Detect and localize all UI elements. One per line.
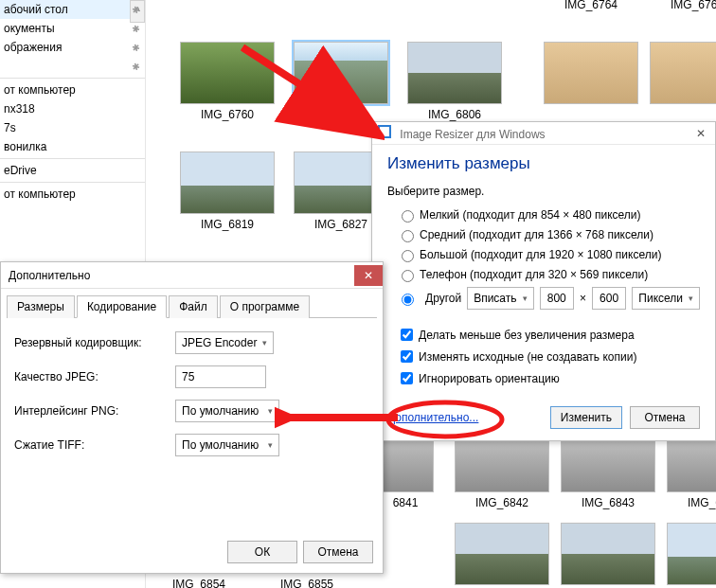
file-tile[interactable]: IMG_6842 (455, 430, 549, 509)
tab-label: Размеры (17, 300, 64, 313)
tiff-combo[interactable]: По умолчанию ▾ (175, 434, 279, 456)
check-orient[interactable]: Игнорировать ориентацию (397, 369, 700, 387)
thumbnail (180, 42, 275, 104)
thumbnail (455, 523, 549, 585)
file-caption: IMG_6855 (260, 578, 354, 588)
sidebar-item-label: ображения (4, 41, 62, 54)
ok-button[interactable]: ОК (227, 541, 297, 563)
cancel-button[interactable]: Отмена (630, 406, 700, 429)
resize-button[interactable]: Изменить (550, 406, 622, 429)
file-tile[interactable] (544, 42, 638, 104)
png-value: По умолчанию (182, 404, 259, 418)
resizer-heading: Изменить размеры (387, 154, 700, 173)
row-encoder: Резервный кодировщик: JPEG Encoder ▾ (14, 331, 369, 354)
advanced-link[interactable]: Дополнительно... (387, 411, 478, 424)
chevron-down-icon: ▾ (268, 406, 273, 416)
tab-sizes[interactable]: Размеры (7, 295, 75, 318)
sidebar-item-vonilka[interactable]: вонилка (0, 137, 145, 156)
encoder-combo[interactable]: JPEG Encoder ▾ (175, 331, 274, 354)
thumbnail (561, 523, 655, 585)
radio-medium[interactable]: Средний (подходит для 1366 × 768 пиксели… (397, 227, 700, 242)
sidebar-item-nx318[interactable]: nx318 (0, 99, 145, 118)
checkbox-input[interactable] (401, 350, 413, 363)
file-tile[interactable]: 6841 (377, 430, 434, 509)
unit-combo[interactable]: Пиксели ▾ (632, 287, 700, 310)
check-label: Изменять исходные (не создавать копии) (419, 350, 636, 364)
resizer-dialog: Image Resizer для Windows ✕ Изменить раз… (371, 121, 716, 441)
sidebar-item-edrive[interactable]: eDrive (0, 161, 145, 180)
radio-small[interactable]: Мелкий (подходит для 854 × 480 пиксели) (397, 207, 700, 223)
file-tile[interactable]: IMG_6765 (650, 0, 716, 11)
width-input[interactable]: 800 (540, 287, 574, 310)
button-label: Отмена (644, 411, 685, 424)
advanced-titlebar[interactable]: Дополнительно ✕ (1, 262, 383, 289)
sidebar-item-label: 7s (4, 121, 16, 134)
close-icon[interactable]: ✕ (354, 265, 383, 286)
checkbox-input[interactable] (401, 329, 413, 341)
sidebar-item-desktop[interactable]: абочий стол ✱ (0, 0, 145, 19)
file-tile[interactable] (650, 42, 716, 104)
button-label: ОК (255, 545, 270, 559)
file-tile[interactable]: IMG_6854 (152, 574, 246, 588)
file-tile[interactable]: IMG_6843 (561, 430, 655, 509)
radio-large[interactable]: Большой (подходит для 1920 × 1080 пиксел… (397, 247, 700, 262)
file-caption: IMG_6806 (407, 108, 502, 121)
sidebar-item-thispc[interactable]: от компьютер (0, 80, 145, 99)
chevron-down-icon: ▾ (689, 294, 693, 303)
close-icon[interactable]: ✕ (692, 127, 709, 140)
file-caption: IMG_6844 (667, 496, 716, 509)
png-label: Интерлейсинг PNG: (14, 404, 175, 418)
checkbox-input[interactable] (401, 372, 413, 384)
sidebar-item-label: абочий стол (4, 3, 68, 16)
jpegq-input[interactable]: 75 (175, 365, 266, 388)
file-tile-selected[interactable]: IMG_6803 (294, 42, 388, 121)
check-shrink[interactable]: Делать меньше без увеличения размера (397, 326, 700, 344)
sidebar-item-pictures[interactable]: ображения ✱ (0, 38, 145, 57)
file-caption: IMG_6842 (455, 496, 549, 509)
sidebar-item-documents[interactable]: окументы ✱ (0, 19, 145, 38)
sidebar-item-label: eDrive (4, 164, 37, 177)
sidebar-item-7s[interactable]: 7s (0, 118, 145, 137)
file-tile[interactable]: IMG_6858 (561, 523, 655, 588)
tab-file[interactable]: Файл (169, 295, 218, 318)
radio-label: Другой (425, 292, 461, 305)
file-tile[interactable]: IMG_6857 (455, 523, 549, 588)
resizer-titlebar[interactable]: Image Resizer для Windows ✕ (372, 122, 715, 145)
sidebar-item-label: от компьютер (4, 83, 76, 97)
file-tile[interactable]: IMG_6764 (544, 0, 638, 11)
radio-label: Большой (подходит для 1920 × 1080 пиксел… (420, 248, 661, 261)
advanced-dialog: Дополнительно ✕ Размеры Кодирование Файл… (0, 261, 384, 574)
unit-combo-value: Пиксели (638, 292, 683, 305)
file-tile[interactable]: IMG_6855 (260, 574, 354, 588)
sidebar-item-blank[interactable]: ✱ (0, 57, 145, 76)
radio-phone[interactable]: Телефон (подходит для 320 × 569 пиксели) (397, 267, 700, 282)
sidebar-item-thispc2[interactable]: от компьютер (0, 185, 145, 204)
row-tiff-compress: Сжатие TIFF: По умолчанию ▾ (14, 434, 369, 456)
height-input[interactable]: 600 (592, 287, 626, 310)
file-tile[interactable]: IMG_6850 (667, 523, 716, 588)
radio-other[interactable]: Другой Вписать ▾ 800 × 600 Пиксели ▾ (397, 287, 700, 310)
fit-combo[interactable]: Вписать ▾ (467, 287, 533, 310)
resizer-body: Изменить размеры Выберите размер. Мелкий… (372, 145, 715, 387)
tiff-label: Сжатие TIFF: (14, 438, 175, 452)
radio-input[interactable] (402, 210, 414, 223)
file-tile[interactable]: IMG_6819 (180, 151, 275, 231)
check-replace[interactable]: Изменять исходные (не создавать копии) (397, 347, 700, 365)
height-value: 600 (600, 292, 618, 305)
row-jpeg-quality: Качество JPEG: 75 (14, 365, 369, 388)
png-combo[interactable]: По умолчанию ▾ (175, 400, 279, 422)
radio-input[interactable] (402, 270, 414, 282)
thumbnail (180, 151, 275, 214)
check-label: Игнорировать ориентацию (419, 372, 560, 385)
file-tile[interactable]: IMG_6760 (180, 42, 275, 121)
tab-encoding[interactable]: Кодирование (77, 295, 167, 318)
resizer-title-wrap: Image Resizer для Windows (378, 125, 546, 141)
tab-about[interactable]: О программе (220, 295, 310, 318)
radio-input[interactable] (402, 250, 414, 262)
cancel-button[interactable]: Отмена (303, 541, 373, 563)
file-tile[interactable]: IMG_6806 (407, 42, 502, 121)
jpegq-label: Качество JPEG: (14, 370, 175, 383)
radio-input[interactable] (402, 230, 414, 242)
file-tile[interactable]: IMG_6844 (667, 430, 716, 509)
radio-input[interactable] (402, 294, 414, 306)
